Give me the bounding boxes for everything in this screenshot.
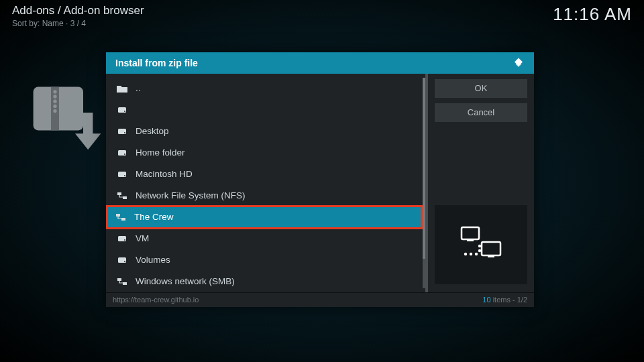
svg-point-31 bbox=[475, 252, 478, 255]
drive-icon bbox=[117, 127, 127, 136]
list-item[interactable]: Network File System (NFS) bbox=[106, 185, 425, 206]
list-item-label: Desktop bbox=[136, 126, 169, 136]
dialog-footer: https://team-crew.github.io 10 items - 1… bbox=[106, 292, 534, 307]
network-share-icon bbox=[458, 225, 504, 265]
svg-point-20 bbox=[124, 239, 125, 241]
footer-item-count: 10 items - 1/2 bbox=[482, 296, 527, 304]
drive-icon bbox=[117, 105, 127, 115]
dialog-title: Install from zip file bbox=[115, 58, 198, 68]
list-item-label: Home folder bbox=[136, 147, 185, 158]
network-icon bbox=[117, 191, 127, 200]
svg-point-14 bbox=[124, 175, 125, 176]
list-item[interactable]: Windows network (SMB) bbox=[106, 271, 425, 292]
svg-rect-17 bbox=[116, 214, 120, 217]
scrollbar[interactable] bbox=[423, 78, 425, 288]
drive-icon bbox=[117, 234, 127, 243]
list-item[interactable]: Macintosh HD bbox=[106, 164, 425, 185]
ok-button[interactable]: OK bbox=[435, 79, 527, 98]
drive-icon bbox=[117, 255, 127, 265]
footer-url: https://team-crew.github.io bbox=[113, 296, 199, 304]
list-item[interactable] bbox=[106, 99, 425, 121]
list-item[interactable]: Home folder bbox=[106, 142, 425, 164]
kodi-logo-icon bbox=[513, 57, 525, 69]
network-icon bbox=[115, 213, 126, 222]
svg-point-2 bbox=[53, 90, 56, 93]
svg-point-6 bbox=[53, 109, 56, 113]
clock: 11:16 AM bbox=[553, 4, 632, 25]
preview-thumbnail bbox=[435, 205, 527, 284]
svg-point-33 bbox=[478, 244, 481, 247]
zip-download-icon bbox=[27, 80, 107, 161]
svg-rect-27 bbox=[482, 242, 500, 255]
svg-rect-25 bbox=[462, 227, 479, 239]
list-item[interactable]: The Crew bbox=[107, 206, 421, 228]
list-item-label: .. bbox=[136, 83, 141, 93]
sort-by-line: Sort by: Name · 3 / 4 bbox=[12, 19, 144, 28]
install-from-zip-dialog: Install from zip file ..DesktopHome fold… bbox=[106, 52, 534, 307]
list-item[interactable]: .. bbox=[106, 78, 425, 99]
svg-rect-28 bbox=[488, 255, 494, 257]
svg-point-8 bbox=[124, 111, 125, 112]
svg-point-4 bbox=[53, 100, 56, 103]
list-item-label: Volumes bbox=[136, 255, 170, 265]
svg-point-10 bbox=[124, 132, 125, 133]
network-icon bbox=[117, 277, 127, 286]
drive-icon bbox=[117, 148, 127, 158]
cancel-button[interactable]: Cancel bbox=[435, 103, 527, 122]
list-item-label: Network File System (NFS) bbox=[136, 190, 246, 200]
list-item-label: VM bbox=[136, 233, 149, 243]
svg-point-12 bbox=[124, 154, 125, 155]
list-item-label: The Crew bbox=[134, 212, 174, 222]
list-item-label: Macintosh HD bbox=[136, 169, 193, 179]
scrollbar-thumb[interactable] bbox=[423, 78, 425, 259]
folder-up-icon bbox=[117, 84, 127, 93]
svg-rect-26 bbox=[467, 239, 474, 241]
svg-point-5 bbox=[53, 105, 56, 108]
list-item[interactable]: Desktop bbox=[106, 121, 425, 142]
dialog-header: Install from zip file bbox=[106, 52, 534, 74]
list-item-label: Windows network (SMB) bbox=[136, 276, 235, 286]
svg-rect-23 bbox=[117, 278, 121, 281]
svg-rect-15 bbox=[117, 192, 121, 195]
list-item[interactable]: VM bbox=[106, 228, 425, 249]
breadcrumb: Add-ons / Add-on browser bbox=[12, 4, 144, 17]
svg-point-32 bbox=[478, 249, 481, 251]
drive-icon bbox=[117, 170, 127, 179]
svg-point-22 bbox=[124, 261, 125, 262]
svg-point-30 bbox=[470, 252, 472, 255]
file-list: ..DesktopHome folderMacintosh HDNetwork … bbox=[106, 74, 428, 292]
list-item[interactable]: Volumes bbox=[106, 249, 425, 271]
svg-point-3 bbox=[53, 95, 56, 98]
svg-point-29 bbox=[464, 252, 467, 255]
